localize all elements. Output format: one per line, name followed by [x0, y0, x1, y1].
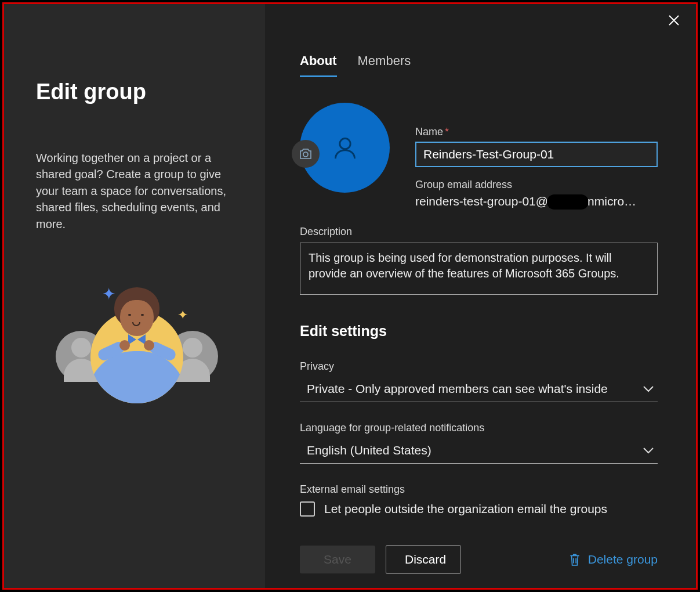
description-label: Description	[300, 226, 658, 238]
change-photo-button[interactable]	[292, 140, 320, 168]
trash-icon	[568, 553, 581, 566]
sidebar-panel: Edit group Working together on a project…	[4, 4, 265, 588]
privacy-select[interactable]: Private - Only approved members can see …	[300, 377, 658, 402]
external-email-checkbox-label: Let people outside the organization emai…	[324, 502, 607, 516]
privacy-value: Private - Only approved members can see …	[307, 382, 608, 396]
delete-group-link[interactable]: Delete group	[568, 553, 658, 566]
language-label: Language for group-related notifications	[300, 422, 658, 434]
email-label: Group email address	[415, 179, 658, 191]
group-illustration: ✦ ✦ ✦	[56, 279, 218, 406]
language-select[interactable]: English (United States)	[300, 439, 658, 464]
tab-members[interactable]: Members	[358, 53, 411, 77]
name-label: Name*	[415, 126, 658, 138]
close-icon[interactable]	[668, 15, 680, 26]
settings-heading: Edit settings	[300, 323, 658, 340]
page-title: Edit group	[36, 80, 237, 104]
main-panel: About Members Name* Group email add	[265, 4, 696, 588]
description-input[interactable]	[300, 243, 658, 295]
external-email-label: External email settings	[300, 483, 658, 496]
page-description: Working together on a project or a share…	[36, 150, 237, 232]
chevron-down-icon	[643, 385, 654, 393]
person-icon	[332, 135, 358, 161]
svg-point-1	[303, 152, 308, 157]
discard-button[interactable]: Discard	[386, 545, 461, 574]
save-button[interactable]: Save	[300, 546, 375, 573]
chevron-down-icon	[643, 446, 654, 454]
redacted-segment	[547, 194, 589, 210]
external-email-checkbox[interactable]	[300, 501, 315, 517]
delete-group-label: Delete group	[588, 553, 658, 566]
tab-about[interactable]: About	[300, 53, 337, 77]
svg-point-0	[339, 138, 350, 149]
name-input[interactable]	[415, 142, 658, 167]
scroll-area[interactable]: About Members Name* Group email add	[265, 4, 696, 533]
group-avatar	[300, 103, 390, 193]
footer-bar: Save Discard Delete group	[265, 533, 696, 588]
language-value: English (United States)	[307, 443, 431, 457]
camera-icon	[299, 147, 313, 160]
privacy-label: Privacy	[300, 360, 658, 373]
tab-bar: About Members	[300, 53, 658, 77]
email-value: reinders-test-group-01@nmicro…	[415, 194, 658, 210]
